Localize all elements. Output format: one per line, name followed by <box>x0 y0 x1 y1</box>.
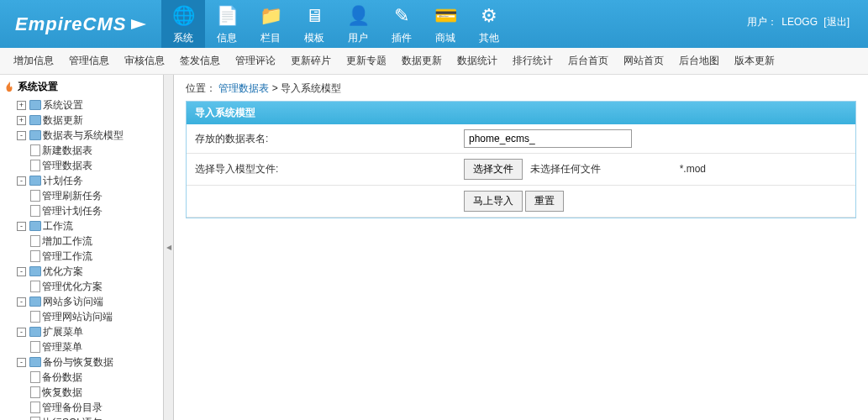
tree-数据表与系统模型[interactable]: -数据表与系统模型 <box>17 128 160 143</box>
table-row: 马上导入 重置 <box>187 186 855 218</box>
breadcrumb-link[interactable]: 管理数据表 <box>218 82 269 94</box>
tree-优化方案[interactable]: -优化方案 <box>17 264 160 279</box>
user-name-link[interactable]: LEOGG <box>781 16 818 28</box>
form-table: 存放的数据表名: 选择导入模型文件: 选择文件 未选择任何文件 *.mod 马上… <box>187 124 855 218</box>
toggle-icon[interactable]: - <box>17 176 26 186</box>
top-nav-插件[interactable]: ✎插件 <box>380 0 423 48</box>
subnav-管理评论[interactable]: 管理评论 <box>232 54 279 68</box>
folder-icon <box>29 297 41 307</box>
toggle-icon[interactable]: - <box>17 267 26 276</box>
tree-label: 优化方案 <box>43 264 83 279</box>
nav-icon: 💳 <box>433 3 458 29</box>
toggle-icon[interactable]: - <box>17 358 26 367</box>
model-file-label: 选择导入模型文件: <box>187 154 455 186</box>
nav-label: 信息 <box>217 31 237 45</box>
subnav-后台地图[interactable]: 后台地图 <box>676 54 723 68</box>
tree-label: 管理刷新任务 <box>42 188 103 203</box>
tree-备份数据[interactable]: 备份数据 <box>30 370 160 385</box>
tree-备份与恢复数据[interactable]: -备份与恢复数据 <box>17 354 160 370</box>
tree-label: 系统设置 <box>43 97 83 113</box>
tree-label: 管理数据表 <box>42 158 92 173</box>
subnav-更新碎片[interactable]: 更新碎片 <box>287 54 334 68</box>
folder-icon <box>29 357 41 367</box>
breadcrumb: 位置： 管理数据表 > 导入系统模型 <box>186 81 856 96</box>
content: 位置： 管理数据表 > 导入系统模型 导入系统模型 存放的数据表名: 选择导入模… <box>174 75 868 420</box>
folder-icon <box>29 100 41 110</box>
subnav-排行统计[interactable]: 排行统计 <box>509 54 556 68</box>
tree-label: 增加工作流 <box>42 234 92 249</box>
tree-管理刷新任务[interactable]: 管理刷新任务 <box>30 188 160 203</box>
sidebar: 系统设置 +系统设置+数据更新-数据表与系统模型新建数据表管理数据表-计划任务管… <box>0 75 164 420</box>
subnav-管理信息[interactable]: 管理信息 <box>66 54 113 68</box>
tree-管理备份目录[interactable]: 管理备份目录 <box>30 400 160 415</box>
top-nav-栏目[interactable]: 📁栏目 <box>249 0 292 48</box>
nav-icon: ⚙ <box>476 3 502 29</box>
top-nav-信息[interactable]: 📄信息 <box>205 0 249 48</box>
main: 系统设置 +系统设置+数据更新-数据表与系统模型新建数据表管理数据表-计划任务管… <box>0 75 868 420</box>
folder-icon <box>29 130 41 140</box>
file-icon <box>30 402 40 413</box>
subnav-后台首页[interactable]: 后台首页 <box>565 54 612 68</box>
logout-link[interactable]: [退出] <box>823 16 850 28</box>
breadcrumb-sep: > <box>272 82 281 94</box>
toggle-icon[interactable]: + <box>17 116 26 125</box>
tree-增加工作流[interactable]: 增加工作流 <box>30 234 160 249</box>
folder-icon <box>29 115 41 125</box>
choose-file-button[interactable]: 选择文件 <box>464 159 523 180</box>
splitter[interactable] <box>164 75 174 420</box>
top-nav: 🌐系统📄信息📁栏目🖥模板👤用户✎插件💳商城⚙其他 <box>161 0 511 48</box>
tree-扩展菜单[interactable]: -扩展菜单 <box>17 324 160 339</box>
tree-系统设置[interactable]: +系统设置 <box>17 97 160 113</box>
tree-计划任务[interactable]: -计划任务 <box>17 173 160 188</box>
toggle-icon[interactable]: - <box>17 297 26 307</box>
toggle-icon[interactable]: - <box>17 131 26 140</box>
top-nav-模板[interactable]: 🖥模板 <box>292 0 336 48</box>
tree-管理菜单[interactable]: 管理菜单 <box>30 339 160 354</box>
top-nav-其他[interactable]: ⚙其他 <box>467 0 511 48</box>
tree-管理工作流[interactable]: 管理工作流 <box>30 249 160 264</box>
tree-label: 备份数据 <box>42 370 82 385</box>
tree-新建数据表[interactable]: 新建数据表 <box>30 143 160 158</box>
reset-button[interactable]: 重置 <box>525 191 564 212</box>
subnav-网站首页[interactable]: 网站首页 <box>620 54 667 68</box>
subnav-签发信息[interactable]: 签发信息 <box>176 54 224 68</box>
tree-label: 管理计划任务 <box>42 203 103 218</box>
toggle-icon[interactable]: + <box>17 101 26 110</box>
nav-label: 系统 <box>173 31 193 45</box>
tree-label: 执行SQL语句 <box>42 415 103 420</box>
subnav-数据更新[interactable]: 数据更新 <box>398 54 445 68</box>
sidebar-title: 系统设置 <box>3 80 160 94</box>
tree-label: 计划任务 <box>43 173 83 188</box>
nav-label: 用户 <box>348 31 368 45</box>
subnav-更新专题[interactable]: 更新专题 <box>343 54 390 68</box>
top-nav-系统[interactable]: 🌐系统 <box>161 0 205 48</box>
file-icon <box>30 386 40 398</box>
subnav-审核信息[interactable]: 审核信息 <box>121 54 168 68</box>
top-nav-商城[interactable]: 💳商城 <box>423 0 467 48</box>
tree-数据更新[interactable]: +数据更新 <box>17 113 160 128</box>
folder-icon <box>29 221 41 231</box>
panel-title: 导入系统模型 <box>187 102 855 124</box>
tree-管理数据表[interactable]: 管理数据表 <box>30 158 160 173</box>
tree-工作流[interactable]: -工作流 <box>17 218 160 234</box>
tree-label: 数据表与系统模型 <box>43 128 124 143</box>
tree-恢复数据[interactable]: 恢复数据 <box>30 385 160 400</box>
tree-管理网站访问端[interactable]: 管理网站访问端 <box>30 309 160 324</box>
nav-icon: 📁 <box>258 3 283 29</box>
subnav-增加信息[interactable]: 增加信息 <box>10 54 57 68</box>
top-nav-用户[interactable]: 👤用户 <box>336 0 380 48</box>
file-icon <box>30 235 40 247</box>
tree-管理优化方案[interactable]: 管理优化方案 <box>30 279 160 294</box>
user-info: 用户： LEOGG [退出] <box>747 15 851 29</box>
subnav-数据统计[interactable]: 数据统计 <box>454 54 501 68</box>
table-name-input[interactable] <box>464 129 632 148</box>
tree-网站多访问端[interactable]: -网站多访问端 <box>17 294 160 309</box>
tree-label: 新建数据表 <box>42 143 92 158</box>
tree-执行SQL语句[interactable]: 执行SQL语句 <box>30 415 160 420</box>
nav-icon: 📄 <box>214 3 239 29</box>
toggle-icon[interactable]: - <box>17 222 26 231</box>
subnav-版本更新[interactable]: 版本更新 <box>731 54 778 68</box>
tree-管理计划任务[interactable]: 管理计划任务 <box>30 203 160 218</box>
toggle-icon[interactable]: - <box>17 328 26 337</box>
import-button[interactable]: 马上导入 <box>464 191 523 212</box>
